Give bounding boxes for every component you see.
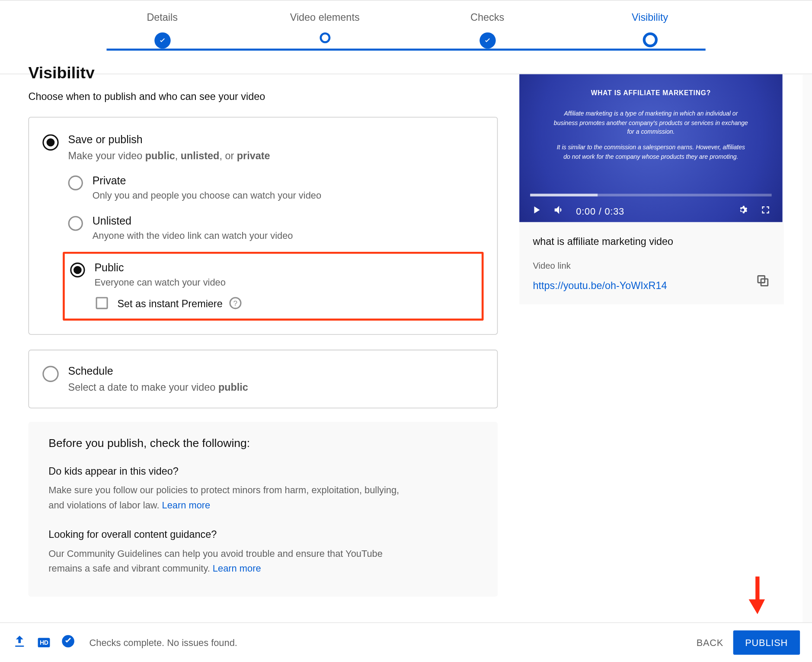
annotation-arrow-icon	[749, 576, 767, 617]
option-title: Public	[94, 262, 226, 274]
video-link[interactable]: https://youtu.be/oh-YoWIxR14	[533, 280, 667, 291]
preview-headline: WHAT IS AFFILIATE MARKETING?	[519, 89, 782, 96]
learn-more-link[interactable]: Learn more	[213, 563, 261, 574]
preview-text: Affiliate marketing is a type of marketi…	[553, 109, 748, 137]
option-title: Private	[93, 175, 321, 187]
radio-icon	[70, 263, 85, 277]
bp-text: Our Community Guidelines can help you av…	[48, 547, 412, 576]
check-circle-icon	[61, 633, 76, 651]
option-title: Save or publish	[68, 134, 270, 146]
publish-button[interactable]: PUBLISH	[733, 630, 800, 654]
step-dot-icon	[643, 32, 657, 47]
step-label: Checks	[470, 12, 504, 23]
schedule-radio[interactable]: Schedule Select a date to make your vide…	[42, 365, 483, 393]
gear-icon[interactable]	[737, 204, 749, 219]
bp-text: Make sure you follow our policies to pro…	[48, 483, 412, 513]
step-visibility[interactable]: Visibility	[569, 12, 731, 48]
public-highlight: Public Everyone can watch your video Set…	[63, 252, 483, 321]
option-desc: Make your video public, unlisted, or pri…	[68, 150, 270, 161]
scrollbar[interactable]	[802, 74, 812, 623]
step-label: Visibility	[632, 12, 668, 23]
play-icon[interactable]	[530, 204, 542, 219]
video-preview[interactable]: WHAT IS AFFILIATE MARKETING? Affiliate m…	[519, 74, 782, 222]
footer-status: Checks complete. No issues found.	[90, 637, 237, 648]
video-meta: what is affiliate marketing video Video …	[519, 222, 784, 305]
hd-badge: HD	[38, 637, 50, 647]
option-desc: Anyone with the video link can watch you…	[93, 230, 293, 241]
instant-premiere-checkbox[interactable]: Set as instant Premiere ?	[96, 297, 475, 309]
premiere-label: Set as instant Premiere	[117, 297, 222, 309]
volume-icon[interactable]	[553, 204, 565, 219]
bp-heading: Before you publish, check the following:	[48, 437, 477, 450]
check-icon	[154, 32, 170, 48]
option-desc: Everyone can watch your video	[94, 277, 226, 288]
step-video-elements[interactable]: Video elements	[243, 12, 406, 43]
option-desc: Select a date to make your video public	[68, 381, 248, 393]
radio-icon	[68, 176, 83, 190]
visibility-unlisted-radio[interactable]: Unlisted Anyone with the video link can …	[68, 215, 484, 241]
radio-icon	[42, 134, 58, 150]
learn-more-link[interactable]: Learn more	[162, 499, 211, 510]
step-checks[interactable]: Checks	[406, 12, 569, 49]
step-label: Video elements	[290, 12, 360, 23]
fullscreen-icon[interactable]	[760, 204, 772, 219]
visibility-private-radio[interactable]: Private Only you and people you choose c…	[68, 175, 484, 200]
video-filename: what is affiliate marketing video	[533, 236, 770, 247]
radio-icon	[68, 216, 83, 231]
step-details[interactable]: Details	[81, 12, 243, 49]
radio-icon	[42, 366, 58, 382]
check-icon	[479, 32, 495, 48]
page-subtitle: Choose when to publish and who can see y…	[29, 90, 498, 102]
option-title: Unlisted	[93, 215, 293, 228]
stepper-bar: Details Video elements Checks Visibility	[0, 0, 812, 74]
preview-text: It is similar to the commission a salesp…	[553, 143, 748, 161]
save-or-publish-card: Save or publish Make your video public, …	[29, 117, 498, 335]
stepper-line	[106, 48, 705, 51]
schedule-card: Schedule Select a date to make your vide…	[29, 350, 498, 408]
footer-bar: HD Checks complete. No issues found. BAC…	[0, 622, 812, 661]
save-or-publish-radio[interactable]: Save or publish Make your video public, …	[42, 134, 483, 161]
visibility-public-radio[interactable]: Public Everyone can watch your video	[70, 262, 475, 287]
back-button[interactable]: BACK	[687, 630, 733, 654]
video-time: 0:00 / 0:33	[576, 206, 624, 217]
option-desc: Only you and people you choose can watch…	[93, 190, 321, 200]
bp-question-kids: Do kids appear in this video?	[48, 465, 477, 477]
video-link-label: Video link	[533, 261, 770, 271]
before-publish-panel: Before you publish, check the following:…	[29, 422, 498, 597]
checkbox-icon	[96, 297, 108, 309]
upload-icon	[12, 633, 27, 651]
step-label: Details	[147, 12, 178, 23]
page-title: Visibility	[29, 66, 498, 78]
bp-question-guidance: Looking for overall content guidance?	[48, 529, 477, 540]
step-dot-icon	[320, 32, 330, 43]
help-icon[interactable]: ?	[229, 297, 241, 309]
option-title: Schedule	[68, 365, 248, 377]
copy-icon[interactable]	[755, 273, 770, 291]
video-progress[interactable]	[530, 194, 771, 196]
